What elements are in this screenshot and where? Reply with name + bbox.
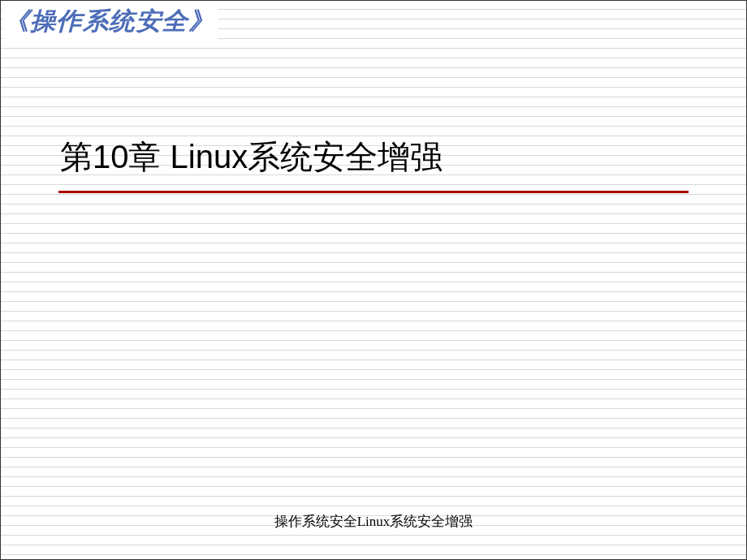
footer-text: 操作系统安全Linux系统安全增强 xyxy=(0,512,747,531)
title-divider xyxy=(58,191,689,193)
slide-border xyxy=(0,0,747,560)
chapter-title: 第10章 Linux系统安全增强 xyxy=(60,135,443,179)
header-title: 《操作系统安全》 xyxy=(3,3,218,40)
slide-container: 《操作系统安全》 第10章 Linux系统安全增强 操作系统安全Linux系统安… xyxy=(0,0,747,560)
